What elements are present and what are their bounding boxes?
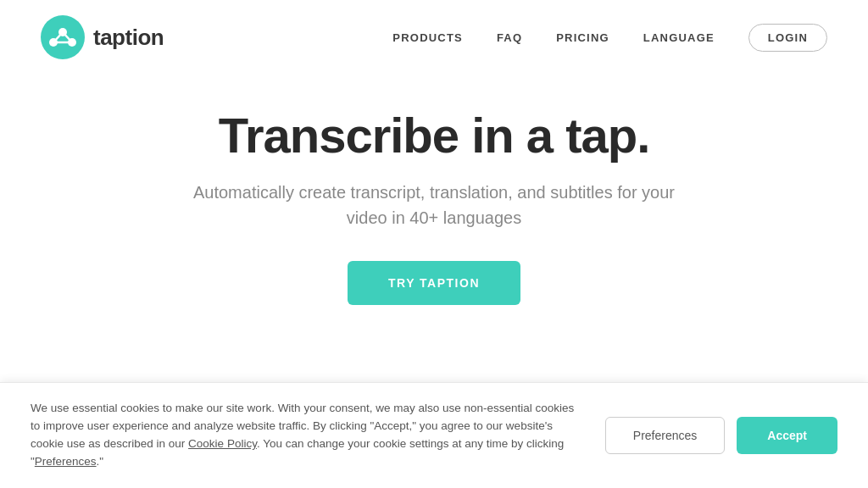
hero-title: Transcribe in a tap.: [219, 108, 650, 163]
logo-text: taption: [93, 25, 164, 51]
cookie-text: We use essential cookies to make our sit…: [31, 400, 580, 471]
preferences-button[interactable]: Preferences: [605, 417, 725, 454]
accept-button[interactable]: Accept: [737, 417, 837, 454]
svg-point-0: [41, 15, 85, 59]
cookie-policy-link[interactable]: Cookie Policy: [188, 437, 257, 450]
cookie-text-end: .": [97, 455, 104, 468]
nav-faq[interactable]: FAQ: [497, 31, 522, 44]
hero-subtitle: Automatically create transcript, transla…: [188, 180, 680, 230]
navbar: taption PRODUCTS FAQ PRICING LANGUAGE LO…: [0, 0, 868, 75]
cookie-banner: We use essential cookies to make our sit…: [0, 382, 868, 488]
nav-links: PRODUCTS FAQ PRICING LANGUAGE LOGIN: [392, 24, 827, 52]
logo-link[interactable]: taption: [41, 15, 164, 59]
nav-language[interactable]: LANGUAGE: [643, 31, 715, 44]
nav-products[interactable]: PRODUCTS: [392, 31, 463, 44]
login-button[interactable]: LOGIN: [748, 24, 827, 52]
try-taption-button[interactable]: TRY TAPTION: [348, 261, 520, 305]
hero-section: Transcribe in a tap. Automatically creat…: [0, 75, 868, 330]
cookie-actions: Preferences Accept: [605, 417, 837, 454]
logo-icon: [41, 15, 85, 59]
nav-pricing[interactable]: PRICING: [556, 31, 609, 44]
preferences-inline-link[interactable]: Preferences: [35, 455, 97, 468]
